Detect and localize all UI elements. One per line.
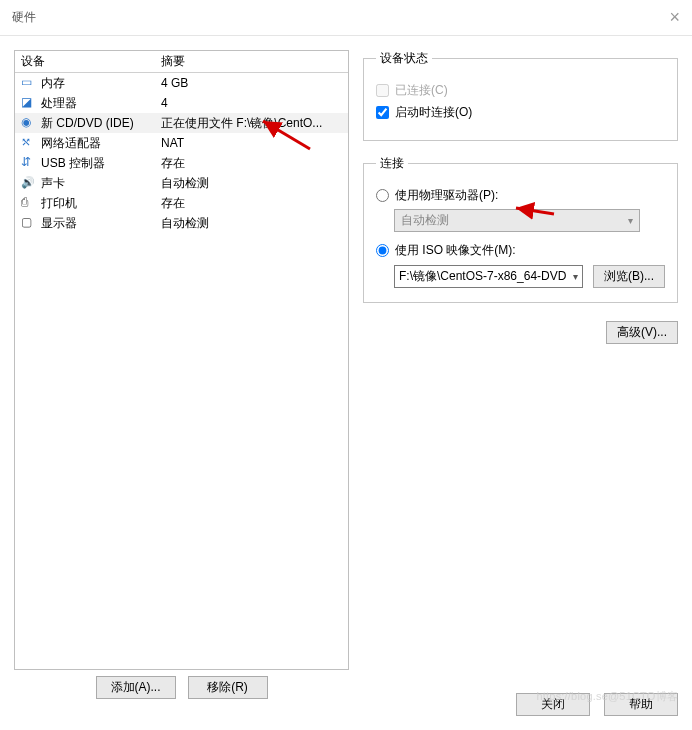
physical-drive-radio[interactable] [376, 189, 389, 202]
connect-on-power-row[interactable]: 启动时连接(O) [376, 104, 665, 121]
settings-panel: 设备状态 已连接(C) 启动时连接(O) 连接 使用物理驱动器(P): 自动检测… [363, 50, 678, 699]
hardware-row[interactable]: 声卡自动检测 [15, 173, 348, 193]
connect-on-power-checkbox[interactable] [376, 106, 389, 119]
add-button[interactable]: 添加(A)... [96, 676, 176, 699]
device-icon [21, 175, 37, 191]
hardware-list-header: 设备 摘要 [15, 51, 348, 73]
window-title: 硬件 [12, 9, 36, 26]
device-summary: 正在使用文件 F:\镜像\CentO... [161, 115, 348, 132]
connection-legend: 连接 [376, 155, 408, 172]
hardware-row[interactable]: 内存4 GB [15, 73, 348, 93]
titlebar: 硬件 × [0, 0, 692, 36]
device-icon [21, 115, 37, 131]
device-name: 网络适配器 [41, 135, 101, 152]
device-summary: 4 [161, 96, 348, 110]
add-remove-bar: 添加(A)... 移除(R) [14, 670, 349, 699]
iso-row[interactable]: 使用 ISO 映像文件(M): [376, 242, 665, 259]
device-status-legend: 设备状态 [376, 50, 432, 67]
device-summary: NAT [161, 136, 348, 150]
device-summary: 存在 [161, 155, 348, 172]
device-icon [21, 75, 37, 91]
device-name: 内存 [41, 75, 65, 92]
iso-label: 使用 ISO 映像文件(M): [395, 242, 516, 259]
device-summary: 自动检测 [161, 215, 348, 232]
remove-button[interactable]: 移除(R) [188, 676, 268, 699]
physical-drive-row[interactable]: 使用物理驱动器(P): [376, 187, 665, 204]
device-summary: 存在 [161, 195, 348, 212]
connect-on-power-label: 启动时连接(O) [395, 104, 472, 121]
device-name: 显示器 [41, 215, 77, 232]
device-name: 新 CD/DVD (IDE) [41, 115, 134, 132]
device-summary: 自动检测 [161, 175, 348, 192]
hardware-row[interactable]: 显示器自动检测 [15, 213, 348, 233]
iso-path-input[interactable]: F:\镜像\CentOS-7-x86_64-DVD ▾ [394, 265, 583, 288]
col-device: 设备 [21, 53, 161, 70]
hardware-row[interactable]: 处理器4 [15, 93, 348, 113]
physical-drive-label: 使用物理驱动器(P): [395, 187, 498, 204]
hardware-list: 设备 摘要 内存4 GB处理器4新 CD/DVD (IDE)正在使用文件 F:\… [14, 50, 349, 670]
hardware-row[interactable]: 新 CD/DVD (IDE)正在使用文件 F:\镜像\CentO... [15, 113, 348, 133]
device-name: 处理器 [41, 95, 77, 112]
device-name: 打印机 [41, 195, 77, 212]
device-icon [21, 95, 37, 111]
iso-path-value: F:\镜像\CentOS-7-x86_64-DVD [399, 268, 566, 285]
connected-checkbox-row: 已连接(C) [376, 82, 665, 99]
close-icon[interactable]: × [669, 7, 680, 28]
iso-radio[interactable] [376, 244, 389, 257]
advanced-row: 高级(V)... [363, 321, 678, 344]
physical-drive-select: 自动检测 ▾ [394, 209, 640, 232]
physical-drive-value: 自动检测 [401, 212, 449, 229]
watermark: https://blog.se@51CTO博客 [536, 689, 678, 704]
chevron-down-icon: ▾ [628, 215, 633, 226]
device-icon [21, 215, 37, 231]
connection-group: 连接 使用物理驱动器(P): 自动检测 ▾ 使用 ISO 映像文件(M): F:… [363, 155, 678, 303]
advanced-button[interactable]: 高级(V)... [606, 321, 678, 344]
content: 设备 摘要 内存4 GB处理器4新 CD/DVD (IDE)正在使用文件 F:\… [0, 36, 692, 707]
device-icon [21, 195, 37, 211]
chevron-down-icon[interactable]: ▾ [573, 271, 578, 282]
col-summary: 摘要 [161, 53, 348, 70]
device-status-group: 设备状态 已连接(C) 启动时连接(O) [363, 50, 678, 141]
iso-path-row: F:\镜像\CentOS-7-x86_64-DVD ▾ 浏览(B)... [394, 265, 665, 288]
hardware-row[interactable]: 网络适配器NAT [15, 133, 348, 153]
connected-label: 已连接(C) [395, 82, 448, 99]
connected-checkbox [376, 84, 389, 97]
device-name: 声卡 [41, 175, 65, 192]
device-name: USB 控制器 [41, 155, 105, 172]
device-summary: 4 GB [161, 76, 348, 90]
device-icon [21, 135, 37, 151]
hardware-row[interactable]: USB 控制器存在 [15, 153, 348, 173]
device-icon [21, 155, 37, 171]
hardware-row[interactable]: 打印机存在 [15, 193, 348, 213]
browse-button[interactable]: 浏览(B)... [593, 265, 665, 288]
